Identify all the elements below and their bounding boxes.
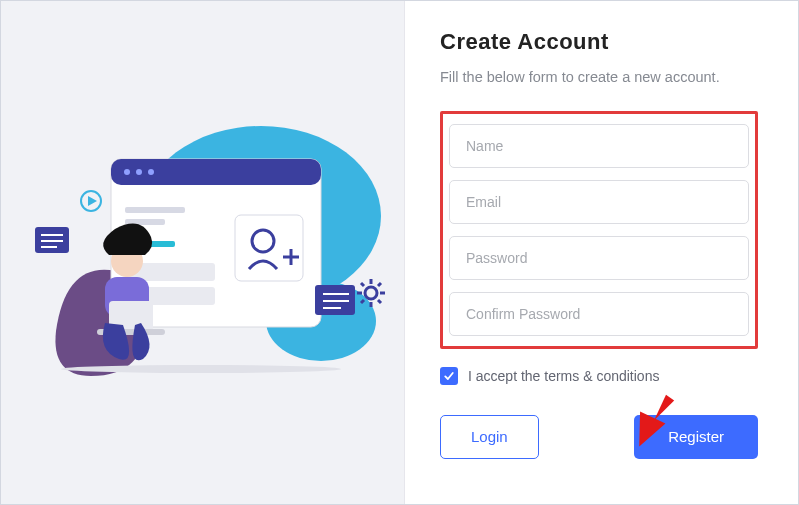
check-icon xyxy=(443,370,455,382)
svg-line-32 xyxy=(378,300,381,303)
svg-point-39 xyxy=(61,365,341,373)
login-button[interactable]: Login xyxy=(440,415,539,459)
svg-line-31 xyxy=(361,283,364,286)
svg-line-34 xyxy=(361,300,364,303)
register-form-panel: Create Account Fill the below form to cr… xyxy=(405,1,798,504)
terms-checkbox[interactable] xyxy=(440,367,458,385)
highlighted-input-group xyxy=(440,111,758,349)
svg-point-5 xyxy=(136,169,142,175)
svg-point-26 xyxy=(365,287,377,299)
illustration-panel xyxy=(1,1,405,504)
page-title: Create Account xyxy=(440,29,758,55)
svg-point-4 xyxy=(124,169,130,175)
page-subtitle: Fill the below form to create a new acco… xyxy=(440,67,758,89)
signup-illustration xyxy=(1,1,405,504)
email-input[interactable] xyxy=(449,180,749,224)
action-row: Login Register xyxy=(440,415,758,459)
name-input[interactable] xyxy=(449,124,749,168)
terms-row: I accept the terms & conditions xyxy=(440,367,758,385)
svg-point-6 xyxy=(148,169,154,175)
terms-label: I accept the terms & conditions xyxy=(468,368,659,384)
svg-line-33 xyxy=(378,283,381,286)
signup-page: Create Account Fill the below form to cr… xyxy=(0,0,799,505)
password-input[interactable] xyxy=(449,236,749,280)
svg-rect-7 xyxy=(125,207,185,213)
svg-rect-12 xyxy=(235,215,303,281)
confirm-password-input[interactable] xyxy=(449,292,749,336)
svg-marker-25 xyxy=(88,196,97,206)
svg-rect-3 xyxy=(111,159,321,185)
